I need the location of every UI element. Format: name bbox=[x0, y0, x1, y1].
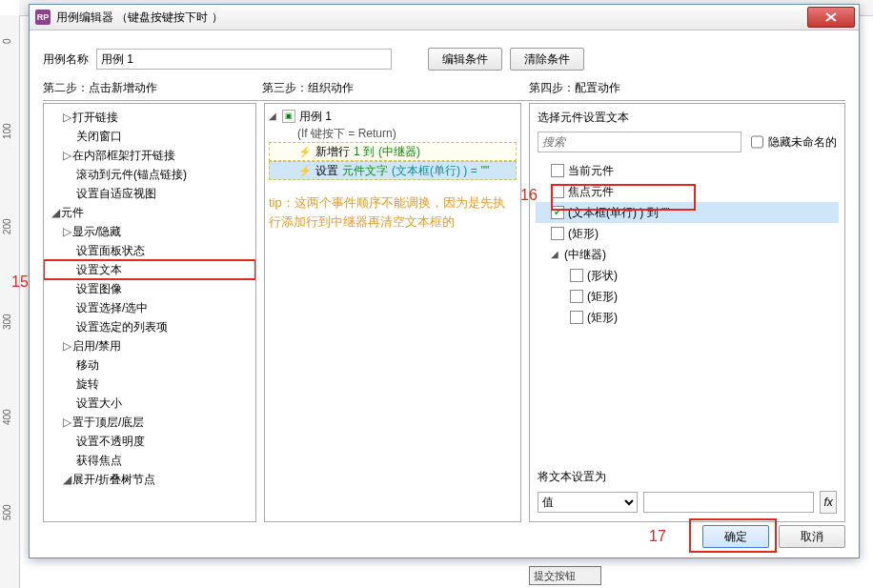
widget-item-current[interactable]: 当前元件 bbox=[536, 160, 839, 181]
checkbox-icon[interactable] bbox=[551, 227, 564, 240]
widget-item-repeater[interactable]: ◢ (中继器) bbox=[536, 244, 839, 265]
step4-header: 第四步：配置动作 bbox=[529, 80, 845, 101]
step-headers: 第二步：点击新增动作 第三步：组织动作 第四步：配置动作 bbox=[30, 80, 859, 103]
fx-button[interactable]: fx bbox=[820, 491, 837, 514]
widget-item-rect[interactable]: (矩形) bbox=[536, 307, 839, 328]
set-text-type-select[interactable]: 值 bbox=[538, 492, 638, 513]
checkbox-icon[interactable] bbox=[551, 185, 564, 198]
titlebar: RP 用例编辑器 （键盘按键按下时 ） bbox=[30, 5, 859, 30]
close-icon bbox=[825, 12, 837, 22]
ruler-left: 0 100 200 300 400 500 bbox=[0, 15, 20, 588]
set-text-to-row: 值 fx bbox=[530, 491, 844, 521]
widget-tree: 当前元件 焦点元件 ✔ (文本框(单行) ) 到 "" (矩形) bbox=[530, 160, 844, 461]
widget-search-input[interactable] bbox=[538, 132, 741, 152]
set-text-to-label: 将文本设置为 bbox=[530, 461, 844, 491]
organize-actions-panel: ◢ ▣ 用例 1 (If 键按下 = Return) ⚡ 新增行 1 到 (中继… bbox=[264, 103, 521, 522]
action-item[interactable]: ◢展开/折叠树节点 bbox=[44, 470, 255, 489]
checkbox-icon[interactable] bbox=[570, 269, 583, 282]
chevron-down-icon: ◢ bbox=[51, 203, 61, 222]
action-item[interactable]: 关闭窗口 bbox=[44, 127, 255, 146]
checkbox-icon[interactable] bbox=[570, 290, 583, 303]
case-name-row: 用例名称 编辑条件 清除条件 bbox=[30, 30, 859, 80]
cancel-button[interactable]: 取消 bbox=[779, 525, 845, 548]
action-item[interactable]: 设置不透明度 bbox=[44, 432, 255, 451]
chevron-right-icon: ▷ bbox=[63, 108, 72, 127]
dialog-buttons: 确定 取消 bbox=[30, 519, 859, 558]
chevron-right-icon: ▷ bbox=[63, 222, 72, 241]
widget-item-textbox[interactable]: ✔ (文本框(单行) ) 到 "" bbox=[536, 202, 839, 223]
action-item[interactable]: ▷打开链接 bbox=[44, 108, 255, 127]
checkbox-icon[interactable] bbox=[551, 164, 564, 177]
hide-unnamed-cb[interactable] bbox=[751, 132, 763, 152]
actions-tree: ▷打开链接 关闭窗口 ▷在内部框架打开链接 滚动到元件(锚点链接) 设置自适应视… bbox=[44, 104, 255, 493]
case-condition: (If 键按下 = Return) bbox=[269, 125, 517, 142]
action-item[interactable]: ▷置于顶层/底层 bbox=[44, 413, 255, 432]
action-item[interactable]: ▷启用/禁用 bbox=[44, 336, 255, 355]
step3-header: 第三步：组织动作 bbox=[262, 80, 529, 101]
action-item[interactable]: 滚动到元件(锚点链接) bbox=[44, 165, 255, 184]
case-label: 用例 1 bbox=[299, 108, 332, 125]
action-item[interactable]: ▷显示/隐藏 bbox=[44, 222, 255, 241]
widget-item-rect[interactable]: (矩形) bbox=[536, 286, 839, 307]
case-editor-dialog: RP 用例编辑器 （键盘按键按下时 ） 用例名称 编辑条件 清除条件 第二步：点… bbox=[29, 4, 860, 558]
case-node[interactable]: ◢ ▣ 用例 1 bbox=[269, 108, 517, 125]
hide-unnamed-checkbox[interactable]: 隐藏未命名的 bbox=[747, 130, 837, 154]
bolt-icon: ⚡ bbox=[298, 143, 312, 160]
action-item[interactable]: ▷在内部框架打开链接 bbox=[44, 146, 255, 165]
clear-condition-button[interactable]: 清除条件 bbox=[510, 48, 584, 71]
hide-unnamed-label: 隐藏未命名的 bbox=[768, 134, 837, 151]
bolt-icon: ⚡ bbox=[298, 162, 312, 179]
panels-row: ▷打开链接 关闭窗口 ▷在内部框架打开链接 滚动到元件(锚点链接) 设置自适应视… bbox=[30, 103, 859, 519]
case-icon: ▣ bbox=[282, 110, 295, 123]
select-widgets-label: 选择元件设置文本 bbox=[530, 104, 844, 130]
chevron-right-icon: ▷ bbox=[63, 413, 72, 432]
step2-header: 第二步：点击新增动作 bbox=[43, 80, 262, 101]
case-name-label: 用例名称 bbox=[43, 51, 89, 68]
ok-button[interactable]: 确定 bbox=[702, 525, 769, 548]
action-item[interactable]: 获得焦点 bbox=[44, 451, 255, 470]
chevron-down-icon: ◢ bbox=[269, 108, 278, 125]
app-icon: RP bbox=[35, 10, 51, 25]
widget-item-focus[interactable]: 焦点元件 bbox=[536, 181, 839, 202]
action-group[interactable]: ◢元件 bbox=[44, 203, 255, 222]
actions-tree-panel: ▷打开链接 关闭窗口 ▷在内部框架打开链接 滚动到元件(锚点链接) 设置自适应视… bbox=[43, 103, 256, 522]
tip-text: tip：这两个事件顺序不能调换，因为是先执行添加行到中继器再清空文本框的 bbox=[265, 184, 520, 232]
edit-condition-button[interactable]: 编辑条件 bbox=[428, 48, 502, 71]
window-close-button[interactable] bbox=[807, 7, 855, 28]
checkbox-icon[interactable]: ✔ bbox=[551, 206, 564, 219]
chevron-down-icon: ◢ bbox=[63, 470, 72, 489]
widget-item-rect[interactable]: (矩形) bbox=[536, 223, 839, 244]
chevron-down-icon: ◢ bbox=[551, 244, 560, 265]
checkbox-icon[interactable] bbox=[570, 311, 583, 324]
action-item[interactable]: 设置选择/选中 bbox=[44, 298, 255, 317]
case-action-set-text[interactable]: ⚡ 设置 元件文字 (文本框(单行) ) = "" bbox=[269, 161, 517, 180]
widget-item-shape[interactable]: (形状) bbox=[536, 265, 839, 286]
action-item[interactable]: 设置选定的列表项 bbox=[44, 317, 255, 336]
action-item[interactable]: 设置图像 bbox=[44, 279, 255, 298]
window-title: 用例编辑器 （键盘按键按下时 ） bbox=[56, 10, 223, 26]
chevron-right-icon: ▷ bbox=[63, 336, 72, 355]
action-item[interactable]: 设置自适应视图 bbox=[44, 184, 255, 203]
set-text-value-input[interactable] bbox=[643, 492, 814, 513]
chevron-right-icon: ▷ bbox=[63, 146, 72, 165]
action-item[interactable]: 设置面板状态 bbox=[44, 241, 255, 260]
case-action-add-row[interactable]: ⚡ 新增行 1 到 (中继器) bbox=[269, 142, 517, 161]
action-item[interactable]: 设置大小 bbox=[44, 394, 255, 413]
configure-action-panel: 选择元件设置文本 隐藏未命名的 当前元件 焦点元件 ✔ bbox=[529, 103, 845, 522]
case-tree: ◢ ▣ 用例 1 (If 键按下 = Return) ⚡ 新增行 1 到 (中继… bbox=[265, 104, 520, 184]
action-item[interactable]: 旋转 bbox=[44, 375, 255, 394]
canvas-submit-button[interactable]: 提交按钮 bbox=[529, 566, 601, 585]
case-name-input[interactable] bbox=[96, 49, 392, 70]
search-row: 隐藏未命名的 bbox=[530, 130, 844, 160]
action-item-set-text[interactable]: 设置文本 bbox=[44, 260, 255, 279]
action-item[interactable]: 移动 bbox=[44, 355, 255, 375]
